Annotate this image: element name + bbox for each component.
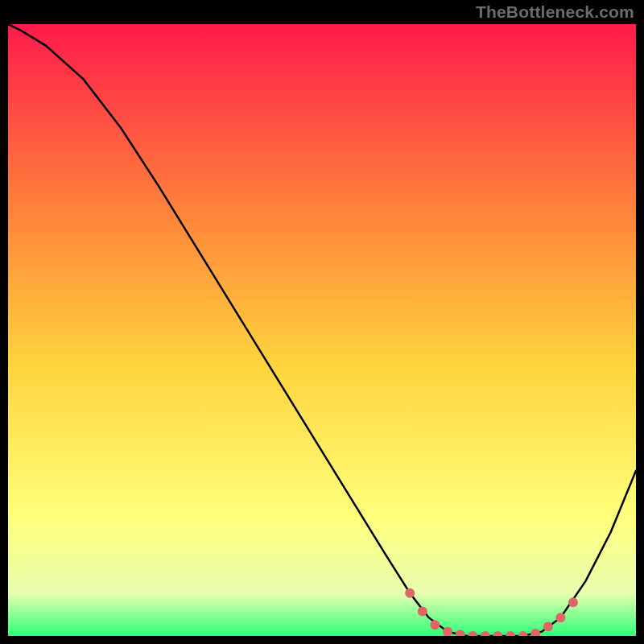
marker-dot [568, 597, 578, 607]
chart-svg [8, 24, 636, 636]
gradient-background [8, 24, 636, 636]
marker-dot [430, 620, 440, 630]
marker-dot [555, 613, 565, 622]
watermark-text: TheBottleneck.com [476, 2, 634, 22]
marker-dot [543, 622, 553, 632]
marker-dot [405, 588, 415, 598]
marker-dot [418, 607, 427, 617]
chart-frame [8, 24, 636, 636]
